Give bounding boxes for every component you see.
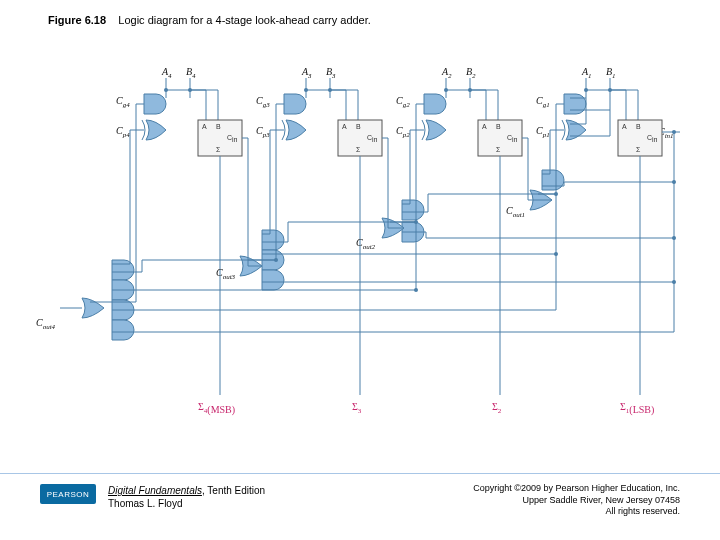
label-B4: B4: [186, 66, 196, 80]
svg-point-131: [672, 180, 676, 184]
svg-text:A: A: [342, 123, 347, 130]
label-Cg2: Cg2: [396, 95, 410, 109]
and-gate-cg3: [284, 94, 306, 114]
book-edition: , Tenth Edition: [202, 485, 265, 496]
stage-2: Cg2 Cp2 AB Cin Σ Σ2: [396, 78, 522, 415]
svg-text:Σ: Σ: [496, 146, 501, 153]
stage-1: Cg1 Cp1 AB Cin Σ Σ1(LSB): [536, 78, 680, 416]
svg-point-128: [554, 192, 558, 196]
xor-gate-cp1: [562, 120, 586, 140]
figure-number: Figure 6.18: [48, 14, 106, 26]
label-Cp2: Cp2: [396, 125, 410, 139]
svg-text:B: B: [636, 123, 641, 130]
svg-text:Σ: Σ: [636, 146, 641, 153]
label-B3: B3: [326, 66, 336, 80]
label-Cout1: Cout1: [506, 205, 525, 219]
label-Cp4: Cp4: [116, 125, 130, 139]
copyright-line2: Upper Saddle River, New Jersey 07458: [473, 495, 680, 507]
footer-divider: [0, 473, 720, 474]
svg-text:A: A: [482, 123, 487, 130]
label-B1: B1: [606, 66, 616, 80]
label-S3: Σ3: [352, 401, 362, 415]
figure-caption: Figure 6.18 Logic diagram for a 4-stage …: [48, 14, 371, 26]
label-Cp1: Cp1: [536, 125, 550, 139]
label-Cg1: Cg1: [536, 95, 550, 109]
label-Cout3: Cout3: [216, 267, 236, 281]
book-author: Thomas L. Floyd: [108, 498, 182, 509]
logic-diagram: A4 B4 A3 B3 A2 B2 A1 B1 Cin1 Cg1 Cp1 AB …: [30, 50, 690, 430]
svg-point-133: [672, 280, 676, 284]
label-Cout2: Cout2: [356, 237, 376, 251]
svg-point-132: [672, 236, 676, 240]
label-A1: A1: [581, 66, 592, 80]
label-Cg4: Cg4: [116, 95, 130, 109]
book-info: Digital Fundamentals, Tenth Edition Thom…: [108, 484, 265, 510]
label-A2: A2: [441, 66, 452, 80]
label-B2: B2: [466, 66, 476, 80]
book-title: Digital Fundamentals: [108, 485, 202, 496]
stage-4: Cg4 Cp4 AB Cin Σ Σ4(MSB): [116, 78, 242, 416]
label-S4: Σ4(MSB): [198, 401, 235, 416]
svg-text:Σ: Σ: [356, 146, 361, 153]
xor-gate-cp4: [142, 120, 166, 140]
and-gate-cg1: [564, 94, 586, 114]
copyright-line1: Copyright ©2009 by Pearson Higher Educat…: [473, 483, 680, 495]
label-A3: A3: [301, 66, 312, 80]
svg-text:A: A: [202, 123, 207, 130]
svg-text:A: A: [622, 123, 627, 130]
label-Cout4: Cout4: [36, 317, 56, 331]
label-Cg3: Cg3: [256, 95, 270, 109]
svg-point-134: [554, 252, 558, 256]
svg-text:B: B: [356, 123, 361, 130]
publisher-badge: PEARSON: [40, 484, 96, 504]
svg-text:Σ: Σ: [216, 146, 221, 153]
xor-gate-cp2: [422, 120, 446, 140]
label-Cp3: Cp3: [256, 125, 270, 139]
label-S2: Σ2: [492, 401, 502, 415]
copyright-block: Copyright ©2009 by Pearson Higher Educat…: [473, 483, 680, 518]
bus-nodes: [274, 180, 676, 292]
svg-point-129: [414, 220, 418, 224]
label-A4: A4: [161, 66, 172, 80]
svg-point-135: [414, 288, 418, 292]
and-gate-cg2: [424, 94, 446, 114]
copyright-line3: All rights reserved.: [473, 506, 680, 518]
publisher-badge-text: PEARSON: [47, 490, 90, 499]
label-S1: Σ1(LSB): [620, 401, 654, 416]
figure-caption-text: Logic diagram for a 4-stage look-ahead c…: [118, 14, 371, 26]
svg-text:B: B: [496, 123, 501, 130]
svg-point-130: [274, 258, 278, 262]
svg-text:B: B: [216, 123, 221, 130]
xor-gate-cp3: [282, 120, 306, 140]
and-gate-cg4: [144, 94, 166, 114]
